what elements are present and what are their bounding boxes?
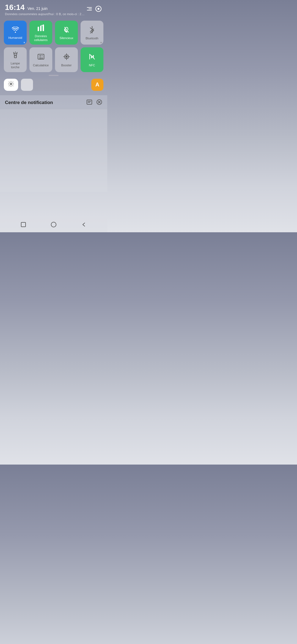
svg-rect-4 [43,24,44,31]
nav-home-button[interactable] [50,220,58,229]
scroll-indicator [0,75,107,76]
tile-bluetooth[interactable]: Bluetooth [81,21,103,45]
notification-empty-area [0,109,107,192]
scroll-bar [49,75,59,76]
tile-cellular-label: Données cellulaires [34,34,48,42]
date-display: Ven. 21 juin [28,6,48,11]
booster-icon [63,53,70,62]
brightness-icon-box [4,79,18,91]
time-display: 16:14 [5,3,25,12]
tile-booster[interactable]: Booster [55,47,78,72]
notification-actions [86,99,102,106]
nav-bar [0,217,107,232]
status-right [87,3,102,13]
tile-wifi-dot [24,42,25,43]
brightness-row: A [4,79,103,91]
nav-recents-button[interactable] [19,220,28,229]
notification-center-title: Centre de notification [5,100,53,105]
status-left: 16:14 Ven. 21 juin Données consommées au… [5,3,84,16]
tile-cellular[interactable]: Données cellulaires [29,21,52,45]
svg-rect-19 [21,222,26,227]
notification-clear-icon[interactable] [96,99,102,106]
user-avatar[interactable]: A [91,79,103,91]
tile-bluetooth-dot [100,42,102,43]
svg-point-1 [98,8,100,10]
quick-tiles: Humanoid Données cellulaires [0,17,107,72]
svg-rect-15 [66,56,67,58]
user-initial: A [95,81,99,88]
status-bar: 16:14 Ven. 21 juin Données consommées au… [0,0,107,17]
svg-rect-5 [14,55,16,58]
svg-rect-17 [87,100,92,104]
tiles-row-1: Humanoid Données cellulaires [4,21,103,45]
cellular-icon [37,24,45,33]
tile-calculator-label: Calculatrice [33,64,49,67]
tile-wifi-label: Humanoid [8,36,22,40]
tile-nfc[interactable]: NFC [81,47,103,72]
torch-icon [12,51,19,60]
tile-wifi[interactable]: Humanoid [4,21,27,45]
nfc-icon [89,53,96,62]
notification-list-icon[interactable] [86,99,92,106]
tile-bluetooth-label: Bluetooth [86,37,98,40]
brightness-slider[interactable] [21,79,89,91]
nav-back-button[interactable] [80,220,88,229]
settings-icon[interactable] [95,5,102,13]
brightness-slider-fill [21,79,33,91]
svg-rect-6 [38,54,44,59]
tile-torch[interactable]: Lampe torche [4,47,27,72]
brightness-icon [8,81,14,88]
data-usage-text: Données consommées aujourd'hui : 0 B, ce… [5,12,84,16]
tile-calculator[interactable]: Calculatrice [29,47,52,72]
silent-icon [63,26,70,35]
wifi-icon [12,27,19,34]
svg-rect-3 [40,26,42,31]
tile-booster-label: Booster [61,64,72,67]
svg-point-20 [51,222,56,227]
svg-point-16 [10,83,12,85]
menu-icon[interactable] [87,7,92,10]
tiles-row-2: Lampe torche Calculatrice [4,47,103,72]
calculator-icon [37,53,45,62]
notification-header: Centre de notification [0,95,107,109]
tile-nfc-label: NFC [89,64,95,67]
tile-silent[interactable]: Silencieux [55,21,78,45]
tile-silent-label: Silencieux [59,36,73,40]
svg-rect-2 [38,27,39,31]
bluetooth-icon [89,26,95,35]
tile-torch-label: Lampe torche [11,62,20,69]
